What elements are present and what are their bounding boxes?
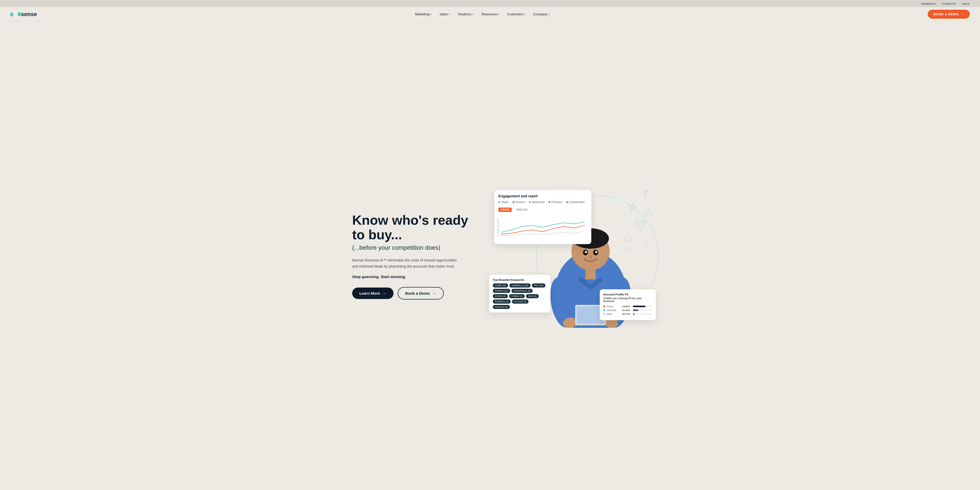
svg-point-24 [585, 251, 587, 253]
nav-links: Marketing ▾ Sales ▾ Solutions ▾ Resource… [412, 10, 553, 18]
legend-awareness: Awareness [529, 201, 544, 204]
tab-timeline[interactable]: TIMELINE [514, 207, 530, 212]
nav-right: BOOK A DEMO → [928, 10, 970, 19]
arrow-icon: → [383, 291, 387, 295]
chevron-down-icon: ▾ [549, 13, 550, 16]
svg-point-25 [595, 251, 597, 253]
book-demo-nav-button[interactable]: BOOK A DEMO → [928, 10, 970, 19]
legend-consideration: Consideration [566, 201, 585, 204]
profile-card-title: Account Profile Fit [603, 293, 652, 296]
keywords-grid: ACME (44) UMBRELLA (19) PRX (19) WONKA (… [493, 283, 547, 309]
moderate-dot [603, 309, 605, 311]
hero-buttons: Learn More → Book a Demo → [352, 287, 485, 300]
navbar: 6 6sense Marketing ▾ Sales ▾ Solutions ▾… [0, 7, 980, 21]
nav-item-marketing[interactable]: Marketing ▾ [412, 10, 435, 18]
legend-group: Target Decision Awareness Purchase [498, 201, 585, 204]
contact-us-link[interactable]: Contact Us [942, 2, 956, 5]
profile-row-strong: Strong 14.82% [603, 305, 652, 308]
svg-text:6: 6 [10, 11, 13, 18]
profile-row-weak: Weak 63.77% [603, 313, 652, 315]
card-tabs: GRAPH TIMELINE [498, 207, 587, 212]
svg-point-5 [645, 242, 649, 246]
engagement-legend: Target Decision Awareness Purchase [498, 201, 587, 206]
svg-point-8 [641, 227, 642, 228]
keyword-tag: ACME (44) [493, 283, 508, 287]
keyword-tag: DAVI (3) [526, 294, 539, 298]
hero-section: Know who's ready to buy... (...before yo… [311, 21, 669, 486]
hero-title: Know who's ready to buy... [352, 213, 485, 242]
keyword-tag: UMBRELLA (19) [509, 283, 531, 287]
y-axis-label: Engagement Score [497, 218, 499, 236]
keyword-tag: EVOLVE (1) [512, 300, 528, 303]
arrow-icon: → [961, 12, 964, 16]
purchase-dot [549, 201, 550, 203]
svg-marker-2 [644, 208, 652, 215]
nav-item-solutions[interactable]: Solutions ▾ [455, 10, 477, 18]
decision-dot [512, 201, 514, 203]
hero-content: Know who's ready to buy... (...before yo… [352, 213, 485, 300]
nav-item-company[interactable]: Company ▾ [530, 10, 553, 18]
keyword-tag: PRX (19) [532, 283, 546, 287]
keywords-card: Top Branded Keywords ACME (44) UMBRELLA … [489, 275, 550, 313]
legend-purchase: Purchase [549, 201, 562, 204]
hero-visual: Engagement and reach Target Decision Awa… [494, 185, 648, 328]
logo[interactable]: 6 6sense [10, 11, 37, 18]
svg-line-1 [644, 195, 646, 200]
keyword-tag: WONKA (11) [493, 289, 510, 293]
chevron-down-icon: ▾ [431, 13, 432, 16]
target-dot [498, 201, 500, 203]
legend-target: Target [498, 201, 508, 204]
profile-row-moderate: Moderate 21.41% [603, 309, 652, 311]
utility-bar: Integrations Contact Us Log In [0, 0, 980, 7]
learn-more-button[interactable]: Learn More → [352, 287, 393, 299]
book-demo-hero-button[interactable]: Book a Demo → [398, 287, 444, 300]
keyword-tag: INSIGHTFUL (8) [511, 289, 533, 293]
svg-rect-15 [585, 269, 596, 279]
chart-area: Engagement Score [498, 214, 587, 240]
chevron-down-icon: ▾ [473, 13, 474, 16]
nav-item-sales[interactable]: Sales ▾ [436, 10, 453, 18]
legend-decision: Decision [512, 201, 525, 204]
integrations-link[interactable]: Integrations [921, 2, 936, 5]
strong-bar [633, 306, 652, 307]
keyword-tag: DJANGO (1) [493, 305, 510, 309]
awareness-dot [529, 201, 531, 203]
profile-card: Account Profile Fit 14.82% are a Strong … [600, 289, 656, 320]
logo-text: 6sense [18, 11, 37, 18]
chevron-down-icon: ▾ [524, 13, 525, 16]
chevron-down-icon: ▾ [498, 13, 500, 16]
weak-bar [633, 313, 652, 315]
engagement-card-title: Engagement and reach [498, 194, 587, 198]
consideration-dot [566, 201, 568, 203]
weak-dot [603, 313, 605, 315]
moderate-bar [633, 310, 652, 311]
keyword-tag: TURBO (3) [509, 294, 525, 298]
nav-item-customers[interactable]: Customers ▾ [504, 10, 528, 18]
arrow-icon: → [432, 291, 436, 295]
chevron-down-icon: ▾ [449, 13, 450, 16]
hero-description: 6sense Revenue AI™ eliminates the costs … [352, 257, 460, 270]
hero-subtitle: (...before your competition does) [352, 244, 485, 251]
profile-subtitle: 14.82% are a Strong Fit for your busines… [603, 297, 652, 303]
tab-graph[interactable]: GRAPH [498, 207, 512, 212]
log-in-link[interactable]: Log In [962, 2, 970, 5]
keyword-tag: RUSSELL (2) [493, 300, 511, 303]
logo-icon: 6 [10, 11, 18, 18]
strong-dot [603, 305, 605, 307]
svg-point-6 [640, 230, 641, 231]
keyword-tag: STARK (5) [493, 294, 508, 298]
svg-point-7 [643, 229, 644, 230]
nav-item-resources[interactable]: Resources ▾ [478, 10, 503, 18]
chart-svg [498, 214, 587, 240]
keywords-card-title: Top Branded Keywords [493, 278, 547, 281]
engagement-card: Engagement and reach Target Decision Awa… [494, 190, 591, 244]
hero-tagline: Stop guessing. Start winning. [352, 275, 485, 279]
